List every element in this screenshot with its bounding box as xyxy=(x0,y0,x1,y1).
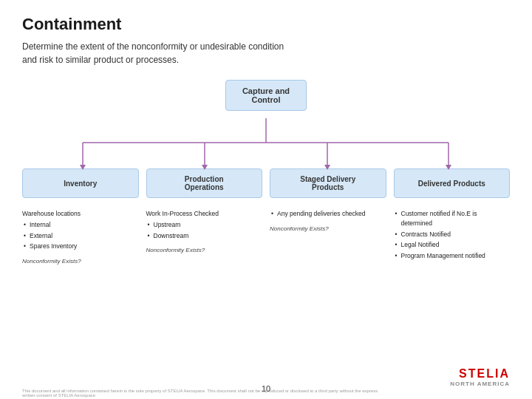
upstream-bullet: Upstream xyxy=(146,220,263,230)
boxes-row: Inventory Production Operations Staged D… xyxy=(22,168,510,198)
logo: STELIA NORTH AMERICA xyxy=(450,367,510,387)
pending-deliveries-bullet: Any pending deliveries checked xyxy=(270,209,386,219)
wh-locations-label: Warehouse locations xyxy=(22,209,139,219)
details-row: Warehouse locations Internal External Sp… xyxy=(22,209,510,266)
spares-bullet: Spares Inventory xyxy=(22,242,139,251)
diagram: Capture and Control Inventory Production… xyxy=(22,80,510,324)
inventory-nonconformity: Nonconformity Exists? xyxy=(22,257,139,266)
customer-notified-bullet: Customer notified if No.E is determined xyxy=(394,209,511,228)
contracts-notified-bullet: Contracts Notified xyxy=(394,230,511,239)
wip-checked-label: Work In-Process Checked xyxy=(146,209,263,219)
program-mgmt-bullet: Program Management notified xyxy=(394,251,511,261)
logo-text: STELIA xyxy=(450,367,510,381)
external-bullet: External xyxy=(22,231,139,241)
staged-nonconformity: Nonconformity Exists? xyxy=(270,225,386,233)
footer-note: This document and all information contai… xyxy=(22,389,392,398)
page-title: Containment xyxy=(22,15,510,34)
production-nonconformity: Nonconformity Exists? xyxy=(146,246,263,255)
internal-bullet: Internal xyxy=(22,220,139,230)
staged-box: Staged Delivery Products xyxy=(270,168,386,198)
staged-detail: Any pending deliveries checked Nonconfor… xyxy=(270,209,386,266)
delivered-box: Delivered Products xyxy=(394,168,511,198)
arrows-svg xyxy=(22,80,510,324)
capture-control-box: Capture and Control xyxy=(225,80,307,111)
inventory-detail: Warehouse locations Internal External Sp… xyxy=(22,209,139,266)
delivered-detail: Customer notified if No.E is determined … xyxy=(394,209,511,266)
page-subtitle: Determine the extent of the nonconformit… xyxy=(22,40,510,66)
inventory-box: Inventory xyxy=(22,168,139,198)
legal-notified-bullet: Legal Notified xyxy=(394,240,511,250)
production-box: Production Operations xyxy=(146,168,263,198)
production-detail: Work In-Process Checked Upstream Downstr… xyxy=(146,209,263,266)
logo-sub: NORTH AMERICA xyxy=(450,381,510,387)
page: Containment Determine the extent of the … xyxy=(0,0,532,399)
downstream-bullet: Downstream xyxy=(146,231,263,241)
